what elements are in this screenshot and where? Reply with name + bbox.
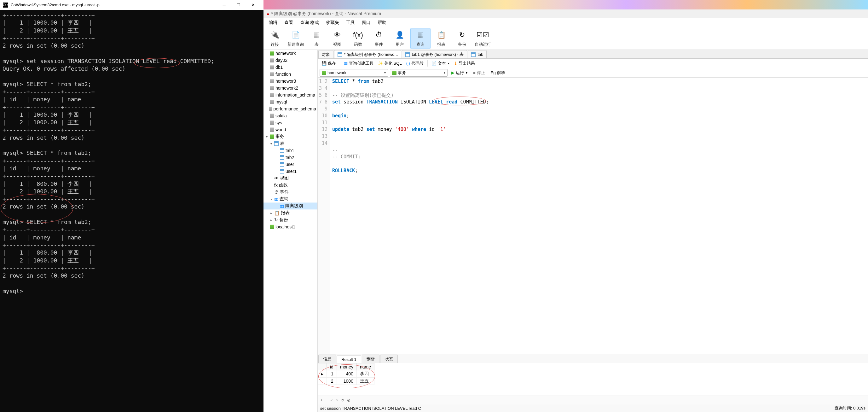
tree-label: homewor3 [276,79,296,84]
result-tab-信息[interactable]: 信息 [318,355,336,363]
result-tool-3[interactable]: × [336,398,339,403]
cmd-output[interactable]: +------+---------+--------+ | 1 | 1000.0… [0,10,264,412]
tree-item-user[interactable]: user [264,161,317,168]
close-button[interactable]: ✕ [246,0,260,10]
tree-item-视图[interactable]: 👁视图 [264,175,317,182]
tree-item-事务[interactable]: ▾事务 [264,133,317,140]
toolbar-函数[interactable]: f(x)函数 [348,28,368,49]
tree-item-隔离级别[interactable]: ▦隔离级别 [264,203,317,209]
menu-item-3[interactable]: 收藏夹 [323,19,342,27]
nav-tab-0[interactable]: 对象 [318,50,334,58]
tree-item-tab1[interactable]: tab1 [264,147,317,154]
toolbar-表[interactable]: ▦表 [306,28,327,49]
sql-code[interactable]: SELECT * from tab2 -- 设置隔离级别(读已提交)set se… [330,78,868,354]
col-name[interactable]: name [356,363,374,370]
sql-line-9 [332,133,866,140]
export-button[interactable]: ⤓导出结果 [452,60,477,67]
menu-item-5[interactable]: 窗口 [359,19,374,27]
result-grid[interactable]: idmoneyname▸1400李四21000王五 [318,363,868,395]
save-button[interactable]: 💾保存 [319,60,338,67]
tree-item-函数[interactable]: fx函数 [264,182,317,189]
toolbar-事件[interactable]: ⏱事件 [369,28,389,49]
tree-label: user [285,162,294,167]
sql-line-4: set session TRANSACTION ISOLATION LEVEL … [332,99,866,106]
toolbar-label: 连接 [271,42,279,47]
stop-button[interactable]: ■停止 [471,69,487,77]
nav-tab-2[interactable]: tab1 @事务 (homework) - 表 [402,50,467,58]
chevron-down-icon: ▾ [384,71,386,75]
query-context-toolbar: homework ▾ 事务 ▾ ▶运行▾ ■停止 Eg解释 [318,68,868,78]
navicat-title: ● * 隔离级别 @事务 (homework) - 查询 - Navicat P… [264,9,868,18]
result-row[interactable]: 21000王五 [318,378,374,385]
tree-item-事件[interactable]: ⏱事件 [264,189,317,196]
tree-item-homework[interactable]: homework [264,50,317,57]
navicat-sidebar[interactable]: homeworkday02db1functionhomewor3homework… [264,50,318,412]
result-tool-0[interactable]: + [320,398,323,403]
result-tool-1[interactable]: − [325,398,328,403]
toolbar-查询[interactable]: ▦查询 [410,28,431,49]
result-tab-状态[interactable]: 状态 [380,355,398,363]
nav-tab-3[interactable]: tab [468,50,487,58]
tree-label: function [276,71,291,77]
code-snippet-button[interactable]: ( )代码段 [404,60,426,67]
text-button[interactable]: 📄文本▾ [430,60,451,67]
menu-item-0[interactable]: 编辑 [266,19,280,27]
tree-item-报表[interactable]: ▸📋报表 [264,209,317,216]
tree-item-performance_schema[interactable]: performance_schema [264,106,317,112]
toolbar-新建查询[interactable]: 📄新建查询 [285,28,306,49]
tree-item-homework2[interactable]: homework2 [264,85,317,91]
toolbar-用户[interactable]: 👤用户 [390,28,410,49]
tree-label: localhost1 [276,224,295,229]
tree-item-information_schema[interactable]: information_schema [264,91,317,98]
run-button[interactable]: ▶运行▾ [450,69,469,77]
nav-tab-1[interactable]: * 隔离级别 @事务 (homewo... [334,50,401,58]
schema-combo[interactable]: 事务 ▾ [390,69,447,77]
minimize-button[interactable]: ─ [217,0,231,10]
table-icon [280,162,284,167]
sql-editor[interactable]: 1 2 3 4 5 6 7 8 9 10 11 12 13 14 SELECT … [318,78,868,354]
database-icon [270,127,274,132]
result-tab-剖析[interactable]: 剖析 [362,355,379,363]
query-builder-button[interactable]: ▦查询创建工具 [342,60,375,67]
tree-item-homewor3[interactable]: homewor3 [264,78,317,85]
result-row[interactable]: ▸1400李四 [318,370,374,378]
tree-item-查询[interactable]: ▾▦查询 [264,196,317,203]
toolbar-icon: 👁 [332,30,343,40]
col-id[interactable]: id [327,363,337,370]
cmd-window: C:\ C:\Windows\System32\cmd.exe - mysql … [0,0,264,412]
sql-line-1: SELECT * from tab2 [332,78,866,85]
beautify-sql-button[interactable]: ✨美化 SQL [376,60,404,67]
toolbar-自动运行[interactable]: ☑☑自动运行 [473,28,493,49]
tree-label: performance_schema [274,106,316,111]
toolbar-icon: ☑☑ [477,30,488,40]
tree-item-mysql[interactable]: mysql [264,98,317,106]
tree-item-sakila[interactable]: sakila [264,112,317,119]
explain-button[interactable]: Eg解释 [489,69,507,77]
tree-item-db1[interactable]: db1 [264,64,317,71]
sql-line-6: begin; [332,113,866,120]
result-tool-2[interactable]: ✓ [330,398,334,403]
result-tool-4[interactable]: ↻ [341,398,344,403]
menu-item-2[interactable]: 查询 格式 [297,19,322,27]
tree-item-world[interactable]: world [264,126,317,133]
tree-item-sys[interactable]: sys [264,119,317,126]
tree-item-day02[interactable]: day02 [264,57,317,64]
menu-item-6[interactable]: 帮助 [374,19,390,27]
tree-item-tab2[interactable]: tab2 [264,154,317,161]
col-money[interactable]: money [337,363,356,370]
maximize-button[interactable]: ☐ [231,0,246,10]
result-tool-5[interactable]: ⊘ [347,398,350,403]
tree-item-user1[interactable]: user1 [264,168,317,175]
toolbar-视图[interactable]: 👁视图 [327,28,347,49]
tree-item-表[interactable]: ▾表 [264,140,317,147]
tree-item-localhost1[interactable]: localhost1 [264,223,317,230]
menu-item-4[interactable]: 工具 [343,19,358,27]
toolbar-备份[interactable]: ↻备份 [452,28,472,49]
tree-item-function[interactable]: function [264,71,317,78]
database-combo[interactable]: homework ▾ [319,69,388,77]
tree-item-备份[interactable]: ▸↻备份 [264,216,317,223]
menu-item-1[interactable]: 查看 [281,19,296,27]
toolbar-报表[interactable]: 📋报表 [431,28,451,49]
result-tab-Result 1[interactable]: Result 1 [337,356,361,363]
toolbar-连接[interactable]: 🔌连接 [265,28,285,49]
